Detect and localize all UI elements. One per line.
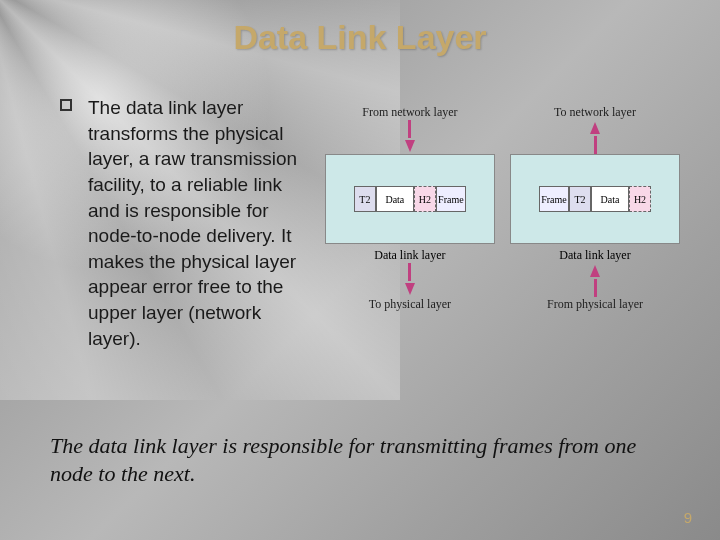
body-text: The data link layer transforms the physi… [88,95,315,351]
diagram-label-bottom-left: To physical layer [325,297,495,312]
frame-structure-right: Frame T2 Data H2 [539,186,651,212]
arrow-down-icon [405,140,415,152]
arrow-down-icon [408,120,411,138]
diagram-label-top-right: To network layer [510,105,680,120]
arrow-up-icon [590,122,600,134]
diagram-label-top-left: From network layer [325,105,495,120]
arrow-down-icon [405,283,415,295]
segment-t2: T2 [354,186,376,212]
left-panel: T2 Data H2 Frame [325,154,495,244]
summary-text: The data link layer is responsible for t… [50,432,670,487]
bullet-icon [60,99,72,111]
diagram-label-bottom-right: From physical layer [510,297,680,312]
frame-structure-left: T2 Data H2 Frame [354,186,466,212]
layer-label-right: Data link layer [510,248,680,263]
slide-title: Data Link Layer [0,18,720,57]
segment-data: Data [376,186,414,212]
layer-label-left: Data link layer [325,248,495,263]
arrow-up-icon [594,279,597,297]
content-row: The data link layer transforms the physi… [60,95,680,351]
segment-frame: Frame [436,186,466,212]
arrow-down-icon [408,263,411,281]
arrow-up-icon [594,136,597,154]
segment-h2: H2 [414,186,436,212]
segment-frame: Frame [539,186,569,212]
data-link-diagram: From network layer To network layer T2 D… [325,105,680,351]
arrow-up-icon [590,265,600,277]
right-panel: Frame T2 Data H2 [510,154,680,244]
segment-h2: H2 [629,186,651,212]
page-number: 9 [684,509,692,526]
segment-t2: T2 [569,186,591,212]
segment-data: Data [591,186,629,212]
